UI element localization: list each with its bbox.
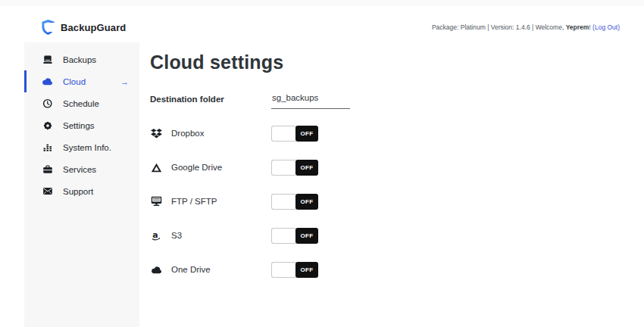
toggle-knob [271, 194, 295, 210]
toggle-state-label: OFF [295, 262, 318, 278]
provider-label: FTP / SFTP [171, 197, 271, 206]
toggle-state-label: OFF [295, 160, 318, 176]
provider-label: Dropbox [171, 129, 271, 138]
sidebar-label: Backups [63, 55, 96, 64]
sidebar-item-support[interactable]: Support [24, 180, 139, 202]
destination-folder-row: Destination folder [150, 93, 644, 109]
destination-folder-label: Destination folder [150, 93, 271, 104]
provider-label: Google Drive [171, 163, 271, 172]
s3-toggle[interactable]: OFF [271, 228, 318, 244]
sidebar-label: Schedule [63, 99, 99, 108]
dropbox-toggle[interactable]: OFF [271, 126, 318, 142]
toggle-knob [271, 228, 295, 244]
provider-row-onedrive: One Drive OFF [150, 260, 644, 279]
cloud-icon [42, 77, 53, 86]
toggle-state-label: OFF [295, 228, 318, 244]
active-arrow-icon: → [120, 77, 129, 86]
sidebar-label: System Info. [63, 143, 111, 152]
sidebar-item-system-info[interactable]: System Info. [24, 136, 139, 158]
sidebar-label: Support [63, 187, 93, 196]
meta-username: Yeprem [566, 23, 589, 31]
sidebar-item-cloud[interactable]: Cloud → [24, 70, 139, 92]
sidebar-label: Services [63, 165, 96, 174]
backupguard-shield-icon [41, 19, 55, 36]
header-bar: BackupGuard Package: Platinum | Version:… [23, 12, 621, 42]
main-content: Cloud settings Destination folder Dropbo… [139, 42, 644, 327]
provider-row-s3: a S3 OFF [150, 226, 644, 244]
onedrive-cloud-icon [150, 266, 162, 274]
sidebar-item-services[interactable]: Services [24, 158, 139, 180]
google-drive-icon [150, 163, 162, 173]
sidebar-item-schedule[interactable]: Schedule [24, 92, 139, 114]
google-drive-toggle[interactable]: OFF [271, 160, 318, 176]
gear-icon [42, 120, 53, 131]
onedrive-toggle[interactable]: OFF [271, 262, 318, 278]
logout-link[interactable]: (Log Out) [592, 23, 620, 31]
page-top-margin [0, 0, 644, 6]
provider-label: One Drive [171, 265, 271, 274]
toggle-knob [271, 160, 295, 176]
brand: BackupGuard [41, 19, 126, 36]
briefcase-icon [42, 164, 53, 175]
toggle-state-label: OFF [295, 126, 318, 142]
provider-row-dropbox: Dropbox OFF [150, 124, 644, 142]
page-title: Cloud settings [150, 51, 644, 73]
sidebar-label: Settings [63, 121, 95, 130]
equalizer-icon [42, 142, 53, 153]
meta-package-version: Package: Platinum | Version: 1.4.6 | Wel… [432, 23, 566, 31]
brand-name: BackupGuard [61, 22, 126, 33]
provider-label: S3 [171, 231, 271, 240]
provider-row-google-drive: Google Drive OFF [150, 158, 644, 176]
envelope-icon [42, 186, 53, 196]
provider-row-ftp: FTP / SFTP OFF [150, 192, 644, 210]
svg-text:a: a [152, 230, 158, 240]
clock-icon [42, 98, 53, 109]
sidebar-label: Cloud [63, 77, 86, 86]
sidebar-item-backups[interactable]: Backups [24, 48, 139, 70]
toggle-state-label: OFF [295, 194, 318, 210]
dropbox-icon [150, 129, 162, 139]
plugin-page: BackupGuard Package: Platinum | Version:… [0, 6, 644, 327]
amazon-s3-icon: a [150, 230, 162, 241]
sidebar: Backups Cloud → Schedule [24, 42, 139, 327]
destination-folder-input[interactable] [271, 93, 350, 109]
toggle-knob [271, 126, 295, 142]
toggle-knob [271, 262, 295, 278]
ftp-toggle[interactable]: OFF [271, 194, 318, 210]
backups-drive-icon [42, 54, 53, 65]
header-meta: Package: Platinum | Version: 1.4.6 | Wel… [432, 23, 620, 31]
sidebar-item-settings[interactable]: Settings [24, 114, 139, 136]
ftp-monitor-icon [150, 196, 162, 207]
